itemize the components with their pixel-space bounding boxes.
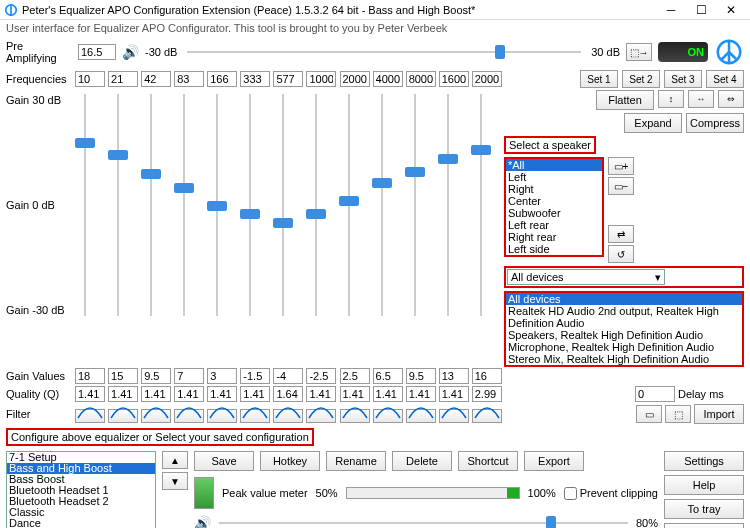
shift-all-button[interactable]: ⇔ [718, 90, 744, 108]
freq-input-11[interactable] [439, 71, 469, 87]
filter-button-2[interactable] [141, 409, 171, 423]
filter-button-1[interactable] [108, 409, 138, 423]
speaker-list[interactable]: *AllLeftRightCenterSubwooferLeft rearRig… [504, 157, 604, 257]
speaker-reset-button[interactable]: ↺ [608, 245, 634, 263]
speaker-swap-button[interactable]: ⇄ [608, 225, 634, 243]
freq-input-6[interactable] [273, 71, 303, 87]
shift-up-button[interactable]: ↕ [658, 90, 684, 108]
filter-button-11[interactable] [439, 409, 469, 423]
device-item[interactable]: All devices [506, 293, 742, 305]
gain-input-9[interactable] [373, 368, 403, 384]
freq-input-4[interactable] [207, 71, 237, 87]
preamp-aux-button[interactable]: ⬚→ [626, 43, 652, 61]
speaker-item[interactable]: Right rear [506, 231, 602, 243]
rename-button[interactable]: Rename [326, 451, 386, 471]
freq-input-12[interactable] [472, 71, 502, 87]
quality-input-1[interactable] [108, 386, 138, 402]
eq-slider-7[interactable] [301, 94, 331, 316]
eq-slider-0[interactable] [70, 94, 100, 316]
gain-input-5[interactable] [240, 368, 270, 384]
maximize-button[interactable]: ☐ [686, 3, 716, 17]
device-item[interactable]: Stereo Mix, Realtek High Definition Audi… [506, 353, 742, 365]
minimize-button[interactable]: ─ [656, 3, 686, 17]
prevent-clipping-checkbox[interactable]: Prevent clipping [564, 487, 658, 500]
speaker-item[interactable]: Left rear [506, 219, 602, 231]
gain-input-2[interactable] [141, 368, 171, 384]
freq-input-8[interactable] [340, 71, 370, 87]
quality-input-10[interactable] [406, 386, 436, 402]
preamp-slider[interactable] [187, 47, 581, 57]
eq-slider-6[interactable] [268, 94, 298, 316]
filter-button-9[interactable] [373, 409, 403, 423]
config-list[interactable]: 7-1 SetupBass and High BoostBass BoostBl… [6, 451, 156, 528]
freq-input-2[interactable] [141, 71, 171, 87]
speaker-item[interactable]: Right side [506, 255, 602, 257]
quality-input-6[interactable] [273, 386, 303, 402]
speaker-item[interactable]: Left side [506, 243, 602, 255]
gain-input-10[interactable] [406, 368, 436, 384]
delete-button[interactable]: Delete [392, 451, 452, 471]
filter-button-8[interactable] [340, 409, 370, 423]
filter-button-5[interactable] [240, 409, 270, 423]
shift-h-button[interactable]: ↔ [688, 90, 714, 108]
speaker-item[interactable]: Subwoofer [506, 207, 602, 219]
gain-input-7[interactable] [306, 368, 336, 384]
freq-input-1[interactable] [108, 71, 138, 87]
freq-input-3[interactable] [174, 71, 204, 87]
freq-input-7[interactable] [306, 71, 336, 87]
quality-input-9[interactable] [373, 386, 403, 402]
speaker-icon[interactable]: 🔊 [122, 44, 139, 60]
speaker-add-button[interactable]: ▭+ [608, 157, 634, 175]
quality-input-11[interactable] [439, 386, 469, 402]
filter-aux1-button[interactable]: ▭ [636, 405, 662, 423]
gain-input-12[interactable] [472, 368, 502, 384]
import-button[interactable]: Import [694, 404, 744, 424]
close-button[interactable]: ✕ [716, 3, 746, 17]
speaker-item[interactable]: *All [506, 159, 602, 171]
quality-input-7[interactable] [306, 386, 336, 402]
filter-button-3[interactable] [174, 409, 204, 423]
eq-slider-11[interactable] [433, 94, 463, 316]
quality-input-5[interactable] [240, 386, 270, 402]
freq-input-5[interactable] [240, 71, 270, 87]
speaker-item[interactable]: Right [506, 183, 602, 195]
device-list[interactable]: All devicesRealtek HD Audio 2nd output, … [504, 291, 744, 367]
speaker-item[interactable]: Left [506, 171, 602, 183]
help-button[interactable]: Help [664, 475, 744, 495]
freq-input-10[interactable] [406, 71, 436, 87]
gain-input-3[interactable] [174, 368, 204, 384]
settings-button[interactable]: Settings [664, 451, 744, 471]
eq-slider-5[interactable] [235, 94, 265, 316]
device-item[interactable]: Microphone, Realtek High Definition Audi… [506, 341, 742, 353]
config-up-button[interactable]: ▲ [162, 451, 188, 469]
totray-button[interactable]: To tray [664, 499, 744, 519]
eq-slider-2[interactable] [136, 94, 166, 316]
filter-button-10[interactable] [406, 409, 436, 423]
filter-button-4[interactable] [207, 409, 237, 423]
freq-input-0[interactable] [75, 71, 105, 87]
device-item[interactable]: Realtek HD Audio 2nd output, Realtek Hig… [506, 305, 742, 329]
freq-input-9[interactable] [373, 71, 403, 87]
quality-input-12[interactable] [472, 386, 502, 402]
set4-button[interactable]: Set 4 [706, 70, 744, 88]
power-switch[interactable]: ON [658, 42, 708, 62]
device-item[interactable]: Speakers, Realtek High Definition Audio [506, 329, 742, 341]
filter-aux2-button[interactable]: ⬚ [665, 405, 691, 423]
gain-input-6[interactable] [273, 368, 303, 384]
eq-slider-9[interactable] [367, 94, 397, 316]
filter-button-12[interactable] [472, 409, 502, 423]
quality-input-4[interactable] [207, 386, 237, 402]
done-button[interactable]: Done [664, 523, 744, 528]
gain-input-1[interactable] [108, 368, 138, 384]
eq-slider-12[interactable] [466, 94, 496, 316]
set2-button[interactable]: Set 2 [622, 70, 660, 88]
gain-input-4[interactable] [207, 368, 237, 384]
config-item[interactable]: Dance [7, 518, 155, 528]
quality-input-0[interactable] [75, 386, 105, 402]
eq-slider-1[interactable] [103, 94, 133, 316]
set3-button[interactable]: Set 3 [664, 70, 702, 88]
speaker-del-button[interactable]: ▭− [608, 177, 634, 195]
set1-button[interactable]: Set 1 [580, 70, 618, 88]
filter-button-6[interactable] [273, 409, 303, 423]
quality-input-2[interactable] [141, 386, 171, 402]
